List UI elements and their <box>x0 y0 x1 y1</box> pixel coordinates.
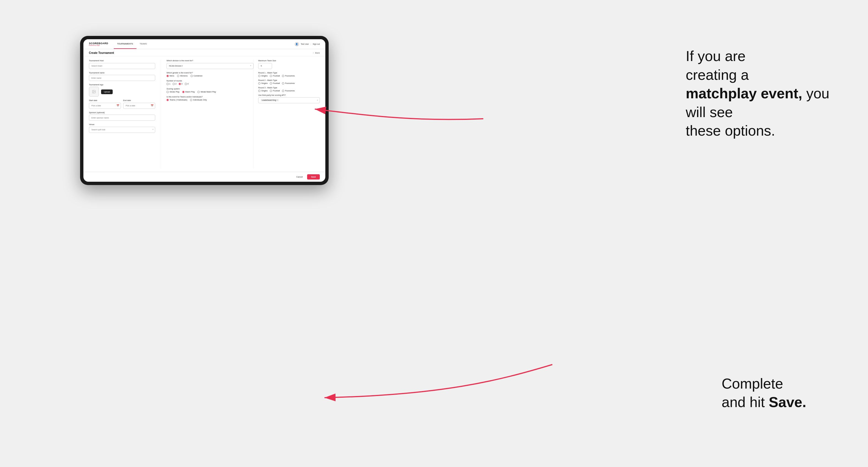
tablet-screen: SCOREBOARD Powered by clippi TOURNAMENTS… <box>84 39 325 182</box>
round-1-option[interactable]: 1 <box>166 83 170 85</box>
round3-foursomes-option[interactable]: Foursomes <box>282 90 295 92</box>
form-col-middle: Which division is the event for? NCAA Di… <box>161 60 253 168</box>
tab-teams[interactable]: TEAMS <box>136 39 150 49</box>
teams-option[interactable]: Teams (+Individuals) <box>166 99 187 101</box>
annotation-top-line3: you <box>802 85 829 101</box>
gender-mens-option[interactable]: Mens <box>166 75 174 77</box>
venue-label: Venue <box>89 123 155 125</box>
tournament-name-group: Tournament name <box>89 72 155 81</box>
max-team-size-label: Maximum Team Size <box>258 60 320 62</box>
sponsor-label: Sponsor (optional) <box>89 112 155 114</box>
tournament-host-input[interactable] <box>89 63 155 69</box>
round3-fourball-label: Fourball <box>273 90 280 92</box>
round1-foursomes-label: Foursomes <box>285 75 295 77</box>
nav-tabs: TOURNAMENTS TEAMS <box>114 39 150 49</box>
end-date-group: End date 📅 <box>123 99 155 109</box>
round-3-label: 3 <box>181 83 183 85</box>
scoring-group: Scoring system Stroke Play Match Play <box>166 88 253 93</box>
cancel-button[interactable]: Cancel <box>294 175 305 179</box>
svg-point-1 <box>93 91 94 91</box>
end-date-input[interactable] <box>123 103 155 109</box>
sign-out-link[interactable]: Sign out <box>313 43 320 45</box>
round1-fourball-label: Fourball <box>273 75 280 77</box>
division-label: Which division is the event for? <box>166 60 253 62</box>
form-col-left: Tournament Host Tournament name Tourname… <box>89 60 161 168</box>
annotation-top-line4: will see <box>686 104 733 120</box>
round1-fourball-option[interactable]: Fourball <box>270 75 280 77</box>
annotation-top-line2: creating a <box>686 67 749 83</box>
tournament-logo-label: Tournament logo <box>89 84 155 86</box>
division-select-wrap: NCAA Division I ▾ <box>166 63 253 69</box>
round1-foursomes-option[interactable]: Foursomes <box>282 75 295 77</box>
medal-match-play-option[interactable]: Medal Match Play <box>197 91 216 93</box>
back-link[interactable]: ← Back <box>313 52 320 54</box>
round1-match-type-section: Round 1 - Match Type Singles Fourball <box>258 72 320 77</box>
round2-match-type-section: Round 2 - Match Type Singles Fourball <box>258 79 320 85</box>
annotation-top-bold: matchplay event, <box>686 85 802 101</box>
tournament-host-label: Tournament Host <box>89 60 155 62</box>
api-tag-remove[interactable]: × <box>277 99 278 101</box>
form-body: Tournament Host Tournament name Tourname… <box>84 56 325 172</box>
venue-select-wrap: ▾ <box>89 126 155 133</box>
navbar: SCOREBOARD Powered by clippi TOURNAMENTS… <box>84 39 325 49</box>
round-2-option[interactable]: 2 <box>173 83 177 85</box>
stroke-play-option[interactable]: Stroke Play <box>166 91 180 93</box>
sponsor-input[interactable] <box>89 115 155 121</box>
date-row: Start date 📅 End date 📅 <box>89 99 155 109</box>
round-2-label: 2 <box>175 83 177 85</box>
api-tag-label: Leaderboard King <box>262 99 276 101</box>
rounds-radio-group: 1 2 3 4 <box>166 83 253 85</box>
navbar-right: 👤 Test User | Sign out <box>295 42 320 46</box>
round1-match-type-label: Round 1 - Match Type <box>258 72 320 74</box>
gender-combined-option[interactable]: Combined <box>191 75 203 77</box>
round2-singles-option[interactable]: Singles <box>258 82 268 85</box>
rounds-group: Number of rounds 1 2 <box>166 80 253 85</box>
api-label: Use third-party live scoring API? <box>258 94 320 96</box>
annotation-top-line5: these options. <box>686 123 775 138</box>
venue-input[interactable] <box>89 127 155 133</box>
round2-fourball-label: Fourball <box>273 82 280 84</box>
api-select-box[interactable]: Leaderboard King × ▾ <box>258 97 320 103</box>
rounds-label: Number of rounds <box>166 80 253 82</box>
round-1-label: 1 <box>169 83 170 85</box>
round3-fourball-option[interactable]: Fourball <box>270 90 280 92</box>
gender-group: Which gender is the event for? Mens Wome… <box>166 72 253 77</box>
gender-label: Which gender is the event for? <box>166 72 253 74</box>
stroke-play-label: Stroke Play <box>169 91 180 93</box>
brand-subtitle: Powered by clippi <box>89 45 108 46</box>
round2-fourball-option[interactable]: Fourball <box>270 82 280 85</box>
tournament-name-label: Tournament name <box>89 72 155 74</box>
avatar: 👤 <box>295 42 299 46</box>
round3-singles-option[interactable]: Singles <box>258 90 268 92</box>
annotation-bottom: Complete and hit Save. <box>722 374 846 412</box>
tournament-name-input[interactable] <box>89 75 155 81</box>
start-date-group: Start date 📅 <box>89 99 121 109</box>
annotation-top-line1: If you are <box>686 48 746 64</box>
round1-match-type-options: Singles Fourball Foursomes <box>258 75 320 77</box>
form-footer: Cancel Save <box>84 172 325 182</box>
start-date-input[interactable] <box>89 103 121 109</box>
round3-match-type-label: Round 3 - Match Type <box>258 87 320 89</box>
match-play-option[interactable]: Match Play <box>182 91 195 93</box>
round3-singles-label: Singles <box>261 90 268 92</box>
division-select[interactable]: NCAA Division I <box>166 63 253 69</box>
individuals-option[interactable]: Individuals Only <box>190 99 207 101</box>
round-3-option[interactable]: 3 <box>179 83 183 85</box>
round2-foursomes-option[interactable]: Foursomes <box>282 82 295 85</box>
tournament-host-group: Tournament Host <box>89 60 155 69</box>
round-4-option[interactable]: 4 <box>185 83 189 85</box>
main-content: Create Tournament ← Back Tournament Host… <box>84 49 325 182</box>
max-team-size-input[interactable] <box>258 63 272 69</box>
upload-button[interactable]: Upload <box>101 90 113 94</box>
tab-tournaments[interactable]: TOURNAMENTS <box>114 39 136 49</box>
medal-match-play-label: Medal Match Play <box>200 91 216 93</box>
gender-womens-option[interactable]: Womens <box>177 75 188 77</box>
teams-radio-group: Teams (+Individuals) Individuals Only <box>166 99 253 101</box>
annotation-top: If you are creating a matchplay event, y… <box>686 47 846 140</box>
logo-upload-area: Upload <box>89 87 155 97</box>
user-name: Test User <box>301 43 309 45</box>
end-date-wrap: 📅 <box>123 102 155 109</box>
round1-singles-option[interactable]: Singles <box>258 75 268 77</box>
save-button[interactable]: Save <box>307 174 320 180</box>
teams-label: Is this event for Teams and/or Individua… <box>166 96 253 98</box>
